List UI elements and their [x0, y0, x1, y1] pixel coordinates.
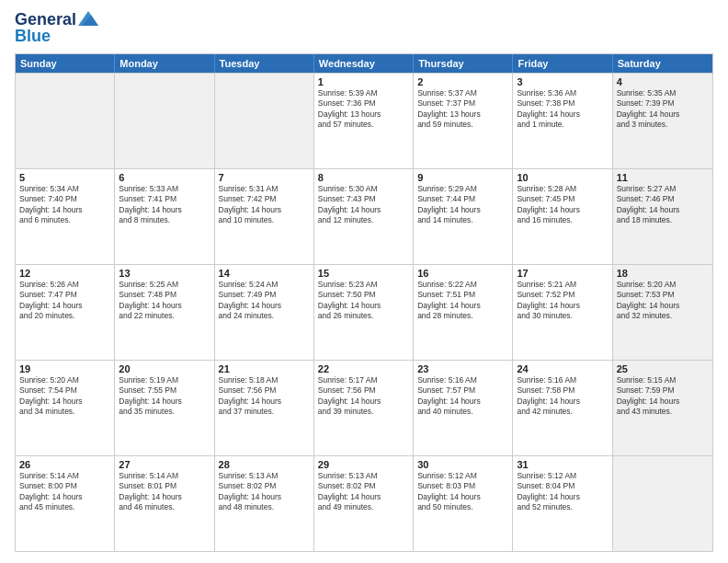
cal-cell-4-6 [613, 456, 712, 551]
cell-line: Daylight: 14 hours [517, 492, 608, 502]
cell-line: Daylight: 14 hours [617, 109, 709, 120]
cell-line: Daylight: 14 hours [119, 205, 210, 215]
cell-line: Sunset: 8:01 PM [119, 481, 210, 491]
cell-line: Daylight: 14 hours [219, 205, 310, 215]
day-number: 10 [517, 172, 608, 183]
header-day-wednesday: Wednesday [314, 54, 414, 73]
day-number: 29 [318, 459, 409, 470]
day-number: 6 [119, 172, 210, 183]
cell-line: and 1 minute. [517, 120, 608, 130]
day-number: 14 [219, 268, 310, 279]
cell-line: Sunrise: 5:27 AM [617, 184, 709, 194]
page: General Blue SundayMondayTuesdayWednesda… [0, 0, 728, 563]
day-number: 3 [517, 76, 608, 87]
cal-cell-0-1 [115, 74, 214, 168]
cell-line: Sunrise: 5:19 AM [119, 375, 210, 385]
day-number: 4 [617, 76, 709, 87]
logo-blue: Blue [15, 28, 51, 46]
cell-line: Sunset: 8:00 PM [19, 481, 110, 491]
cell-line: Daylight: 14 hours [119, 301, 210, 311]
cell-line: and 24 minutes. [219, 311, 310, 321]
cal-cell-2-0: 12Sunrise: 5:26 AMSunset: 7:47 PMDayligh… [16, 265, 115, 360]
cell-line: and 14 minutes. [417, 215, 508, 225]
cal-cell-0-4: 2Sunrise: 5:37 AMSunset: 7:37 PMDaylight… [414, 74, 513, 168]
day-number: 31 [517, 459, 608, 470]
header-day-tuesday: Tuesday [215, 54, 314, 73]
cell-line: Sunset: 7:36 PM [318, 98, 409, 109]
cell-line: Sunset: 7:44 PM [417, 194, 508, 204]
cell-line: Sunset: 7:55 PM [119, 385, 210, 396]
cell-line: and 10 minutes. [219, 215, 310, 225]
cell-line: Daylight: 14 hours [417, 301, 508, 311]
cell-line: and 32 minutes. [617, 311, 709, 321]
cell-line: Daylight: 14 hours [19, 205, 110, 215]
cell-line: Sunset: 7:47 PM [19, 290, 110, 300]
cell-line: Sunset: 8:04 PM [517, 481, 608, 491]
day-number: 23 [417, 363, 508, 374]
cal-cell-0-5: 3Sunrise: 5:36 AMSunset: 7:38 PMDaylight… [513, 74, 612, 168]
cal-cell-2-6: 18Sunrise: 5:20 AMSunset: 7:53 PMDayligh… [613, 265, 712, 360]
cell-line: Sunset: 7:37 PM [417, 98, 508, 109]
cal-cell-1-5: 10Sunrise: 5:28 AMSunset: 7:45 PMDayligh… [513, 169, 612, 264]
cell-line: Sunrise: 5:39 AM [318, 88, 409, 98]
cell-line: Sunrise: 5:24 AM [219, 280, 310, 290]
cal-cell-4-5: 31Sunrise: 5:12 AMSunset: 8:04 PMDayligh… [513, 456, 612, 551]
cell-line: and 57 minutes. [318, 120, 409, 130]
cell-line: Daylight: 14 hours [318, 396, 409, 407]
logo-icon [78, 11, 98, 26]
cal-cell-3-5: 24Sunrise: 5:16 AMSunset: 7:58 PMDayligh… [513, 361, 612, 455]
cell-line: and 37 minutes. [219, 407, 310, 417]
cal-cell-2-3: 15Sunrise: 5:23 AMSunset: 7:50 PMDayligh… [314, 265, 414, 360]
cell-line: Sunset: 7:52 PM [517, 290, 608, 300]
cell-line: Daylight: 14 hours [517, 109, 608, 120]
cell-line: Sunrise: 5:31 AM [219, 184, 310, 194]
cell-line: Sunset: 8:02 PM [318, 481, 409, 491]
cell-line: and 30 minutes. [517, 311, 608, 321]
cell-line: Sunset: 7:56 PM [219, 385, 310, 396]
header-day-saturday: Saturday [613, 54, 712, 73]
cell-line: and 50 minutes. [417, 502, 508, 512]
cell-line: Daylight: 13 hours [318, 109, 409, 120]
cell-line: Sunrise: 5:20 AM [19, 375, 110, 385]
cell-line: and 20 minutes. [19, 311, 110, 321]
cell-line: and 34 minutes. [19, 407, 110, 417]
day-number: 8 [318, 172, 409, 183]
calendar-row-1: 5Sunrise: 5:34 AMSunset: 7:40 PMDaylight… [16, 168, 712, 264]
day-number: 9 [417, 172, 508, 183]
cell-line: Sunrise: 5:12 AM [517, 471, 608, 481]
cal-cell-2-2: 14Sunrise: 5:24 AMSunset: 7:49 PMDayligh… [215, 265, 314, 360]
cell-line: Sunrise: 5:16 AM [417, 375, 508, 385]
header-day-friday: Friday [513, 54, 612, 73]
day-number: 11 [617, 172, 709, 183]
cal-cell-2-4: 16Sunrise: 5:22 AMSunset: 7:51 PMDayligh… [414, 265, 513, 360]
cell-line: Daylight: 14 hours [318, 492, 409, 502]
cell-line: and 46 minutes. [119, 502, 210, 512]
cell-line: Daylight: 14 hours [219, 301, 310, 311]
cell-line: Sunrise: 5:17 AM [318, 375, 409, 385]
cal-cell-0-2 [215, 74, 314, 168]
cell-line: Sunrise: 5:13 AM [318, 471, 409, 481]
cell-line: Daylight: 14 hours [617, 396, 709, 407]
cell-line: and 6 minutes. [19, 215, 110, 225]
cell-line: Daylight: 14 hours [417, 396, 508, 407]
cell-line: Sunrise: 5:26 AM [19, 280, 110, 290]
day-number: 30 [417, 459, 508, 470]
cell-line: Sunset: 7:58 PM [517, 385, 608, 396]
cell-line: Daylight: 14 hours [318, 205, 409, 215]
cell-line: Sunset: 8:02 PM [219, 481, 310, 491]
header: General Blue [15, 11, 713, 46]
day-number: 16 [417, 268, 508, 279]
cell-line: Sunset: 7:54 PM [19, 385, 110, 396]
cell-line: and 49 minutes. [318, 502, 409, 512]
cal-cell-3-6: 25Sunrise: 5:15 AMSunset: 7:59 PMDayligh… [613, 361, 712, 455]
cal-cell-1-6: 11Sunrise: 5:27 AMSunset: 7:46 PMDayligh… [613, 169, 712, 264]
cell-line: Sunrise: 5:29 AM [417, 184, 508, 194]
cell-line: Daylight: 14 hours [517, 396, 608, 407]
day-number: 15 [318, 268, 409, 279]
cell-line: Sunset: 8:03 PM [417, 481, 508, 491]
cell-line: Sunrise: 5:20 AM [617, 280, 709, 290]
cell-line: Sunrise: 5:23 AM [318, 280, 409, 290]
calendar: SundayMondayTuesdayWednesdayThursdayFrid… [15, 53, 713, 552]
calendar-row-3: 19Sunrise: 5:20 AMSunset: 7:54 PMDayligh… [16, 360, 712, 455]
cell-line: and 39 minutes. [318, 407, 409, 417]
